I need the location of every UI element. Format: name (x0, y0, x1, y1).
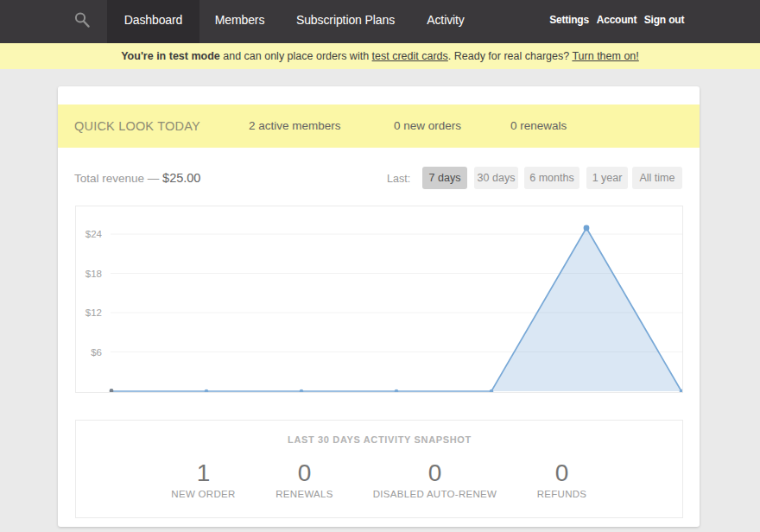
svg-text:$18: $18 (85, 268, 101, 278)
svg-text:$6: $6 (91, 346, 102, 357)
svg-text:$24: $24 (85, 229, 102, 239)
svg-text:$12: $12 (85, 307, 101, 318)
